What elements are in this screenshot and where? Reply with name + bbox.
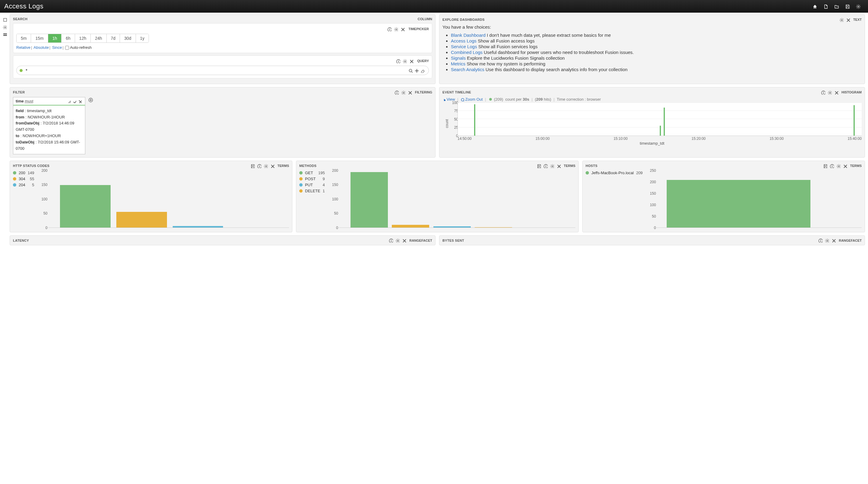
time-range-1y[interactable]: 1y xyxy=(136,34,149,42)
time-range-15m[interactable]: 15m xyxy=(31,34,48,42)
expand-row-icon[interactable] xyxy=(0,16,10,23)
info-icon[interactable] xyxy=(820,90,827,95)
facet-bar[interactable] xyxy=(433,226,471,228)
legend-item[interactable]: 200149 xyxy=(13,171,34,175)
facet-bar[interactable] xyxy=(392,225,429,228)
gear-icon[interactable] xyxy=(393,27,399,31)
info-icon[interactable] xyxy=(829,163,835,168)
dashboard-desc: Explore the Lucidworks Fusion Signals co… xyxy=(466,56,565,61)
dashboard-link[interactable]: Service Logs xyxy=(451,44,477,49)
dashboard-link[interactable]: Blank Dashboard xyxy=(451,33,486,38)
since-link[interactable]: Since xyxy=(52,45,62,50)
close-icon[interactable] xyxy=(269,163,276,168)
dashboard-link[interactable]: Signals xyxy=(451,56,466,61)
facet-bar[interactable] xyxy=(350,172,388,228)
time-range-5m[interactable]: 5m xyxy=(17,34,31,42)
dashboard-link[interactable]: Combined Logs xyxy=(451,50,483,55)
facet-bar[interactable] xyxy=(173,226,223,228)
relative-link[interactable]: Relative xyxy=(16,45,30,50)
facet-bar[interactable] xyxy=(475,227,512,228)
close-icon[interactable] xyxy=(401,238,407,243)
close-icon[interactable] xyxy=(833,90,840,95)
settings-icon[interactable] xyxy=(853,4,864,9)
legend-item[interactable]: 30455 xyxy=(13,177,34,181)
absolute-link[interactable]: Absolute xyxy=(33,45,49,50)
time-range-1h[interactable]: 1h xyxy=(48,34,62,42)
info-icon[interactable] xyxy=(386,27,393,31)
save-icon[interactable] xyxy=(842,4,853,9)
time-range-30d[interactable]: 30d xyxy=(120,34,135,42)
http-chart[interactable]: 200150100500 xyxy=(38,171,289,229)
gear-icon[interactable] xyxy=(400,90,407,95)
gear-icon[interactable] xyxy=(824,238,830,243)
info-icon[interactable] xyxy=(256,163,262,168)
methods-chart[interactable]: 200150100500 xyxy=(329,171,575,229)
series-dot-icon xyxy=(489,98,492,101)
dashboard-desc: Useful dashboard for power users who nee… xyxy=(483,50,634,55)
row-settings-icon[interactable] xyxy=(0,23,10,30)
save-icon[interactable] xyxy=(535,163,542,168)
info-icon[interactable] xyxy=(817,238,824,243)
add-query-icon[interactable] xyxy=(413,68,420,73)
panel-type-label: TERMS xyxy=(564,164,576,168)
latency-panel: LATENCY RANGEFACET xyxy=(10,235,435,246)
histogram-bar[interactable] xyxy=(474,104,475,135)
time-range-7d[interactable]: 7d xyxy=(107,34,120,42)
info-icon[interactable] xyxy=(542,163,549,168)
autorefresh-checkbox[interactable] xyxy=(65,46,69,50)
clear-query-icon[interactable] xyxy=(420,68,426,73)
time-range-12h[interactable]: 12h xyxy=(75,34,91,42)
legend-item[interactable]: 2045 xyxy=(13,183,34,187)
gear-icon[interactable] xyxy=(262,163,269,168)
new-file-icon[interactable] xyxy=(820,4,831,9)
close-icon[interactable] xyxy=(399,27,406,31)
close-icon[interactable] xyxy=(555,163,562,168)
zoom-out-link[interactable]: Zoom Out xyxy=(465,97,483,101)
hosts-chart[interactable]: 250200150100500 xyxy=(646,171,862,229)
dashboard-link[interactable]: Access Logs xyxy=(451,38,476,43)
close-icon[interactable] xyxy=(845,17,851,22)
gear-icon[interactable] xyxy=(394,238,401,243)
time-range-6h[interactable]: 6h xyxy=(61,34,75,42)
histogram-bar[interactable] xyxy=(660,126,661,135)
facet-bar[interactable] xyxy=(116,212,167,228)
facet-bar[interactable] xyxy=(667,180,810,228)
open-folder-icon[interactable] xyxy=(831,4,842,9)
save-icon[interactable] xyxy=(249,163,256,168)
close-icon[interactable] xyxy=(408,59,415,64)
add-filter-icon[interactable] xyxy=(88,97,93,102)
legend-item[interactable]: PUT4 xyxy=(299,183,325,187)
gear-icon[interactable] xyxy=(838,17,845,22)
legend-item[interactable]: DELETE1 xyxy=(299,189,325,193)
close-icon[interactable] xyxy=(407,90,413,95)
query-input[interactable] xyxy=(26,67,407,73)
info-icon[interactable] xyxy=(395,59,401,64)
remove-filter-icon[interactable] xyxy=(77,99,83,103)
dashboard-link[interactable]: Search Analytics xyxy=(451,67,484,72)
info-icon[interactable] xyxy=(388,238,394,243)
histogram-bar[interactable] xyxy=(664,108,665,135)
edit-filter-icon[interactable] xyxy=(66,99,72,103)
row-layout-icon[interactable] xyxy=(0,30,10,38)
gear-icon[interactable] xyxy=(827,90,833,95)
legend-item[interactable]: GET195 xyxy=(299,171,325,175)
close-icon[interactable] xyxy=(830,238,837,243)
gear-icon[interactable] xyxy=(549,163,555,168)
info-icon[interactable] xyxy=(393,90,400,95)
close-icon[interactable] xyxy=(842,163,848,168)
save-icon[interactable] xyxy=(822,163,829,168)
query-box xyxy=(16,66,429,75)
legend-item[interactable]: POST9 xyxy=(299,177,325,181)
apply-filter-icon[interactable] xyxy=(72,99,77,103)
bytes-panel: BYTES SENT RANGEFACET xyxy=(439,235,865,246)
search-icon[interactable] xyxy=(407,68,413,73)
gear-icon[interactable] xyxy=(835,163,842,168)
time-range-24h[interactable]: 24h xyxy=(91,34,106,42)
timeline-chart[interactable]: count 1007550250 14:50:0015:00:0015:10:0… xyxy=(442,103,862,144)
dashboard-link[interactable]: Metrics xyxy=(451,61,465,66)
gear-icon[interactable] xyxy=(401,59,408,64)
facet-bar[interactable] xyxy=(60,185,111,228)
histogram-bar[interactable] xyxy=(854,105,855,135)
legend-item[interactable]: Jeffs-MacBook-Pro.local209 xyxy=(586,171,643,175)
home-icon[interactable] xyxy=(809,4,820,9)
